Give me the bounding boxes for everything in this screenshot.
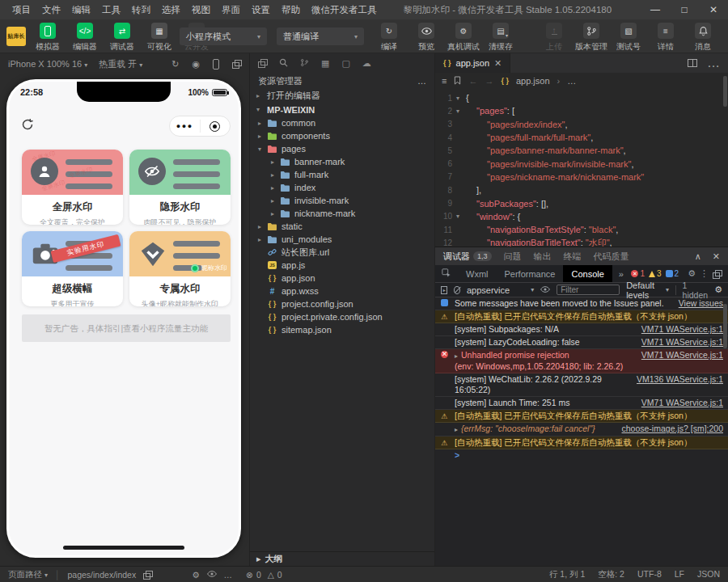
tree-item-pages[interactable]: ▾pages	[250, 142, 434, 155]
settings-gear-icon[interactable]: ⚙	[688, 268, 696, 279]
reload-icon[interactable]	[20, 117, 35, 135]
page-path-select[interactable]: 页面路径 ▾	[8, 569, 48, 580]
tab-app-json[interactable]: { } app.json ✕	[435, 53, 510, 73]
source-link[interactable]: VM71 WAService.js:1	[641, 398, 723, 408]
error-count[interactable]: ✕1	[631, 269, 645, 278]
调试器-button[interactable]: ⇄调试器	[104, 23, 141, 53]
tree-item-static[interactable]: ▸static	[250, 220, 434, 233]
详情-button[interactable]: ≡详情	[647, 23, 684, 53]
debug-gear-icon[interactable]: ⚙	[192, 570, 199, 580]
tree-item-project.config.json[interactable]: { }project.config.json	[250, 297, 434, 310]
menu-设置[interactable]: 设置	[246, 0, 276, 19]
tree-item-站长图库.url[interactable]: 站长图库.url	[250, 246, 434, 259]
source-link[interactable]: View issues	[679, 298, 723, 309]
code-area[interactable]: 1▾{2▾"pages": [3"pages/index/index",4"pa…	[435, 89, 728, 247]
clear-console-icon[interactable]	[454, 286, 460, 294]
tree-item-uni_modules[interactable]: ▸uni_modules	[250, 233, 434, 246]
menu-工具[interactable]: 工具	[96, 0, 126, 19]
close-icon[interactable]: ✕	[699, 0, 728, 19]
fold-arrow-icon[interactable]: ▾	[456, 213, 466, 220]
avatar[interactable]: 贴库长	[6, 27, 26, 46]
预览-button[interactable]: 预览	[408, 23, 445, 53]
status-item[interactable]: 空格: 2	[598, 569, 624, 580]
box-icon[interactable]: ▢	[341, 58, 349, 69]
info-count[interactable]: 2	[666, 269, 679, 278]
card-隐形水印[interactable]: 隐形水印肉眼不可见，隐形保护	[129, 150, 231, 225]
消息-button[interactable]: 消息	[684, 23, 722, 53]
debugger-tab-代码质量[interactable]: 代码质量	[594, 251, 629, 263]
more-icon[interactable]: …	[224, 570, 233, 580]
debugger-tab-终端[interactable]: 终端	[564, 251, 582, 263]
fold-arrow-icon[interactable]: ▾	[456, 108, 466, 115]
kebab-menu-icon[interactable]: ⋮	[700, 268, 709, 279]
popout-icon[interactable]	[713, 270, 722, 278]
filter-input[interactable]	[557, 285, 620, 295]
menu-微信开发者工具[interactable]: 微信开发者工具	[306, 0, 383, 19]
branch-icon[interactable]	[300, 58, 309, 69]
tree-item-banner-mark[interactable]: ▸banner-mark	[250, 155, 434, 168]
grid-icon[interactable]: ▦	[321, 58, 329, 69]
more-tabs-icon[interactable]: »	[612, 269, 630, 279]
source-link[interactable]: VM71 WAService.js:1	[641, 350, 723, 361]
tree-item-app.js[interactable]: JSapp.js	[250, 259, 434, 272]
editor-scrollbar[interactable]	[723, 76, 727, 107]
open-editors-section[interactable]: ▸ 打开的编辑器	[250, 89, 434, 103]
warning-count[interactable]: 3	[649, 269, 662, 278]
capsule-close-icon[interactable]	[201, 121, 231, 132]
status-item[interactable]: JSON	[697, 569, 720, 580]
bookmark-icon[interactable]	[454, 76, 461, 86]
maximize-icon[interactable]: □	[670, 0, 699, 19]
rotate-icon[interactable]: ↻	[171, 59, 179, 70]
menu-编辑[interactable]: 编辑	[66, 0, 96, 19]
menu-帮助[interactable]: 帮助	[276, 0, 306, 19]
tree-item-components[interactable]: ▸components	[250, 129, 434, 142]
menu-项目[interactable]: 项目	[6, 0, 36, 19]
上传-button[interactable]: ↑上传	[535, 23, 573, 53]
more-icon[interactable]: …	[707, 56, 720, 70]
清缓存-button[interactable]: ▤▾清缓存	[482, 23, 519, 53]
mode-select[interactable]: 小程序模式▾	[180, 27, 267, 45]
split-editor-icon[interactable]	[688, 59, 697, 67]
tree-item-nickname-mark[interactable]: ▸nickname-mark	[250, 207, 434, 220]
expand-caret-icon[interactable]: ▸	[455, 426, 458, 433]
编译-button[interactable]: ↻编译	[370, 23, 408, 53]
close-icon[interactable]: ✕	[713, 251, 720, 262]
devtools-tab-Console[interactable]: Console	[563, 265, 612, 282]
menu-界面[interactable]: 界面	[216, 0, 246, 19]
inspect-icon[interactable]	[442, 268, 451, 280]
levels-select[interactable]: Default levels▾	[626, 280, 669, 300]
模拟器-button[interactable]: 模拟器	[29, 23, 66, 53]
devtools-tab-Performance[interactable]: Performance	[497, 265, 564, 282]
console-prompt[interactable]: >	[435, 449, 728, 462]
menu-文件[interactable]: 文件	[36, 0, 66, 19]
search-icon[interactable]	[279, 58, 288, 69]
problem-counts[interactable]: ⊗0 △0	[246, 570, 282, 580]
status-item[interactable]: 行 1, 列 1	[549, 569, 585, 580]
cloud-icon[interactable]: ☁	[362, 58, 371, 69]
tree-item-app.json[interactable]: { }app.json	[250, 272, 434, 285]
source-link[interactable]: VM71 WAService.js:1	[641, 337, 723, 348]
more-dots-icon[interactable]: ●●●	[170, 122, 200, 130]
project-root[interactable]: ▾ MP-WEIXIN	[250, 103, 434, 116]
windows-icon[interactable]	[232, 60, 241, 68]
console-settings-gear-icon[interactable]: ⚙	[714, 285, 722, 295]
context-select[interactable]: appservice▾	[467, 285, 534, 295]
card-全屏水印[interactable]: 全屏水印全屏水印全屏水印全屏水印全文覆盖，完全保护	[22, 150, 123, 225]
outline-section[interactable]: ▸ 大纲	[250, 551, 434, 566]
devtools-tab-Wxml[interactable]: Wxml	[458, 265, 497, 282]
eye-icon[interactable]	[540, 285, 550, 296]
card-专属水印[interactable]: 昵称水印专属水印头像+昵称就能制作水印	[129, 231, 231, 306]
record-icon[interactable]: ◉	[192, 59, 200, 70]
expand-caret-icon[interactable]: ▸	[455, 352, 458, 360]
device-select[interactable]: iPhone X 100% 16▾	[8, 59, 87, 69]
编辑器-button[interactable]: </>编辑器	[66, 23, 104, 53]
测试号-button[interactable]: ▧测试号	[610, 23, 647, 53]
版本管理-button[interactable]: 版本管理	[573, 23, 610, 53]
可视化-button[interactable]: ▦可视化	[141, 23, 178, 53]
source-link[interactable]: choose-image.js? [sm]:200	[622, 424, 723, 434]
tree-item-full-mark[interactable]: ▸full-mark	[250, 168, 434, 181]
minimize-icon[interactable]: —	[641, 0, 670, 19]
tree-item-app.wxss[interactable]: #app.wxss	[250, 285, 434, 297]
phone-icon[interactable]	[213, 59, 219, 70]
fold-arrow-icon[interactable]: ▾	[456, 95, 466, 102]
